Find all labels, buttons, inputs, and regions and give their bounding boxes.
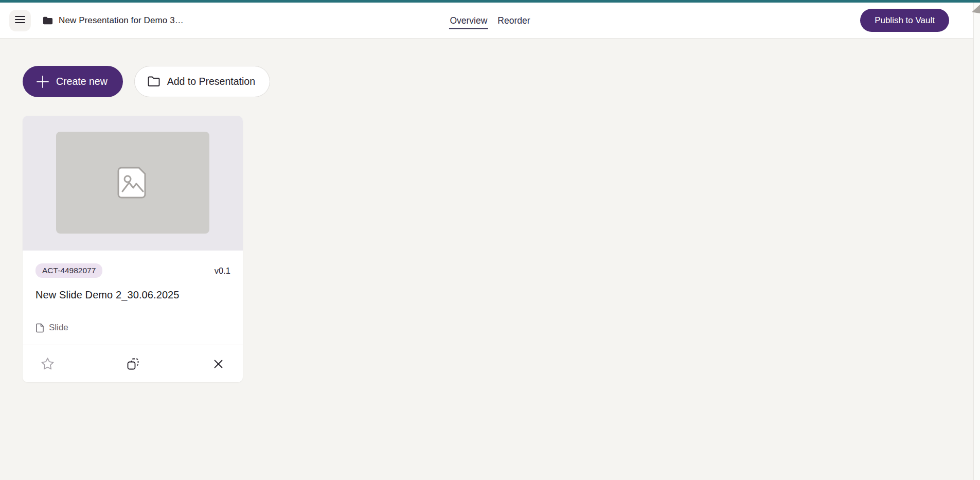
thumbnail-placeholder [56,132,209,234]
create-new-button[interactable]: Create new [23,66,123,97]
favorite-button[interactable] [38,354,57,373]
duplicate-button[interactable] [123,354,142,373]
tab-bar: Overview Reorder [449,12,531,29]
add-to-presentation-label: Add to Presentation [167,76,255,87]
folder-icon [42,15,54,26]
menu-button[interactable] [9,10,31,31]
folder-outline-icon [147,76,161,87]
document-type-row: Slide [35,323,230,333]
remove-button[interactable] [209,354,227,373]
close-icon [213,359,223,369]
star-icon [41,357,55,370]
breadcrumb[interactable]: New Presentation for Demo 3… [42,15,184,26]
image-placeholder-icon [116,166,149,200]
slide-card-media[interactable] [23,116,243,251]
scrollbar-gutter[interactable] [973,3,980,480]
plus-icon [36,75,49,88]
toolbar: Create new Add to Presentation [23,66,980,97]
create-new-label: Create new [56,76,108,87]
header: New Presentation for Demo 3… Overview Re… [0,3,980,39]
breadcrumb-label: New Presentation for Demo 3… [59,15,184,26]
tab-reorder[interactable]: Reorder [496,12,531,29]
slide-title[interactable]: New Slide Demo 2_30.06.2025 [35,289,230,301]
slide-card-info: ACT-44982077 v0.1 New Slide Demo 2_30.06… [23,251,243,345]
version-label: v0.1 [215,266,230,276]
publish-to-vault-button[interactable]: Publish to Vault [860,9,949,32]
slide-card-actions [23,345,243,382]
document-icon [35,323,44,333]
app-page: New Presentation for Demo 3… Overview Re… [0,0,980,480]
main-content: Create new Add to Presentation [0,39,980,382]
badge-row: ACT-44982077 v0.1 [35,263,230,278]
document-id-badge: ACT-44982077 [35,263,102,278]
slide-card[interactable]: ACT-44982077 v0.1 New Slide Demo 2_30.06… [23,116,243,382]
add-to-presentation-button[interactable]: Add to Presentation [134,66,270,97]
duplicate-icon [126,357,140,371]
document-type-label: Slide [49,323,68,333]
hamburger-icon [15,15,25,25]
tab-overview[interactable]: Overview [449,12,488,29]
